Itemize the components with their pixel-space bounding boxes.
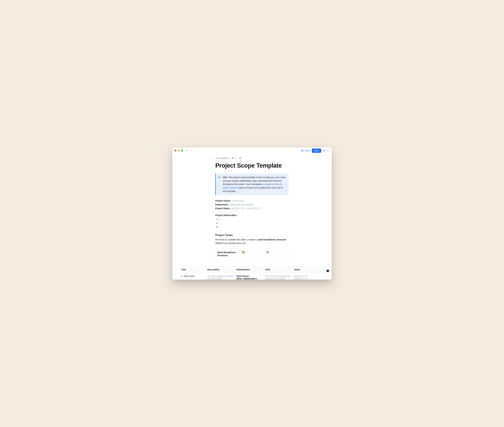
project-dates-label: Project Dates: xyxy=(215,207,230,210)
views-indicator[interactable]: 1 xyxy=(232,157,236,159)
titlebar-left xyxy=(175,149,198,152)
comment-icon xyxy=(215,157,218,159)
floating-actions: 🌑 xyxy=(326,269,329,277)
document-scroll[interactable]: Comments 1 Project Scope Template xyxy=(172,154,332,280)
nav-forward-button[interactable] xyxy=(195,149,198,152)
titlebar: Public Share xyxy=(172,147,332,154)
deliverables-heading[interactable]: Project Deliverables xyxy=(215,214,289,217)
cell-kpis[interactable]: How will you measure the success of the … xyxy=(264,273,293,280)
callout-bold: Info xyxy=(223,176,227,179)
cell-dates[interactable]: MM/DD/YYYY - MM/DD/YYYY xyxy=(293,273,325,280)
help-button[interactable] xyxy=(326,274,329,277)
cell-task[interactable]: 1. Task name xyxy=(180,273,206,280)
svg-point-1 xyxy=(327,150,327,151)
minimize-window-button[interactable] xyxy=(178,150,180,152)
project-dates-placeholder[interactable]: MM/DD/YYYY - MM/DD/YYYY xyxy=(231,207,261,210)
cell-description[interactable]: A brief description of what the task ent… xyxy=(206,273,235,280)
deliverable-item[interactable]: ... xyxy=(219,217,289,221)
deliverable-item[interactable]: ... xyxy=(219,221,289,225)
reaction-add-icon xyxy=(239,157,241,159)
project-tasks-heading[interactable]: Project Tasks xyxy=(215,234,289,237)
more-menu-button[interactable] xyxy=(327,149,329,152)
th-dates: Dates xyxy=(293,266,325,273)
svg-point-5 xyxy=(240,157,241,159)
ellipsis-icon xyxy=(327,149,329,152)
fullscreen-window-button[interactable] xyxy=(181,150,183,152)
project-tasks-description[interactable]: Feel free to complete this table, or att… xyxy=(215,238,289,245)
department-row: Department: Marketing/Finance/Sales... xyxy=(215,203,289,207)
wbs-no-cell[interactable]: ❌ xyxy=(264,249,288,259)
star-icon xyxy=(323,149,325,152)
project-owner-row: Project Owner: Liana Smith xyxy=(215,199,289,203)
tasks-table-header-row: Task Description Stakeholders KPIs Dates xyxy=(180,266,325,273)
tasks-desc-bold: work breakdown structure xyxy=(258,238,286,241)
svg-point-4 xyxy=(233,158,233,159)
page-title[interactable]: Project Scope Template xyxy=(215,162,289,169)
other-stakeholders-label: Other stakeholders: xyxy=(236,277,262,280)
wbs-yes-cell[interactable]: ✅ xyxy=(240,249,264,259)
favorite-star-button[interactable] xyxy=(323,149,325,152)
department-placeholder[interactable]: Marketing/Finance/Sales... xyxy=(229,203,256,206)
th-kpis: KPIs xyxy=(264,266,293,273)
share-button[interactable]: Share xyxy=(312,148,321,153)
th-stakeholders: Stakeholders xyxy=(235,266,264,273)
cell-kpi-placeholder: How will you measure the success of the … xyxy=(265,275,291,280)
deliverables-list[interactable]: ... ... ... xyxy=(215,217,289,229)
info-callout-text: Info: This project scope template is her… xyxy=(223,176,286,193)
tasks-table[interactable]: Task Description Stakeholders KPIs Dates… xyxy=(179,266,325,280)
th-description: Description xyxy=(206,266,235,273)
info-icon xyxy=(218,176,221,193)
tasks-table-wrap: Task Description Stakeholders KPIs Dates… xyxy=(172,266,332,280)
comments-label: Comments xyxy=(219,157,229,159)
svg-point-2 xyxy=(328,150,328,151)
view-count: 1 xyxy=(235,157,236,159)
project-dates-row: Project Dates: MM/DD/YYYY - MM/DD/YYYY xyxy=(215,207,289,210)
help-icon xyxy=(326,275,329,277)
project-owner-placeholder[interactable]: Liana Smith xyxy=(232,199,244,202)
cell-dates-placeholder: MM/DD/YYYY - MM/DD/YYYY xyxy=(294,275,310,280)
nav-back-button[interactable] xyxy=(190,149,193,152)
wbs-label-cell: Work Breakdown Structure: xyxy=(216,249,240,259)
traffic-lights xyxy=(175,150,183,152)
deliverable-item[interactable]: ... xyxy=(219,225,289,229)
visibility-label: Public xyxy=(305,149,310,152)
project-owner-label: Project Owner: xyxy=(215,199,231,202)
comments-button[interactable]: Comments xyxy=(215,157,229,159)
wbs-table[interactable]: Work Breakdown Structure: ✅ ❌ xyxy=(215,249,289,259)
project-meta-fields[interactable]: Project Owner: Liana Smith Department: M… xyxy=(215,199,289,210)
document-meta-bar: Comments 1 xyxy=(215,157,289,159)
department-label: Department: xyxy=(215,203,228,206)
globe-icon xyxy=(301,149,304,152)
cell-stakeholders[interactable]: Task Owner: Other stakeholders: xyxy=(235,273,264,280)
close-window-button[interactable] xyxy=(175,150,177,152)
cell-description-placeholder: A brief description of what the task ent… xyxy=(207,275,233,280)
tasks-desc-b: (WBS) if you already have one. xyxy=(215,242,246,244)
titlebar-right: Public Share xyxy=(301,148,329,153)
sidebar-toggle-button[interactable] xyxy=(186,149,189,152)
document-viewport: Comments 1 Project Scope Template xyxy=(172,154,332,280)
tasks-desc-a: Feel free to complete this table, or att… xyxy=(215,238,258,241)
th-task: Task xyxy=(180,266,206,273)
table-row[interactable]: 1. Task name A brief description of what… xyxy=(180,273,325,280)
info-callout[interactable]: Info: This project scope template is her… xyxy=(215,174,289,195)
app-window: Public Share Comments 1 xyxy=(172,147,332,280)
task-owner-label: Task Owner: xyxy=(236,275,262,277)
svg-point-3 xyxy=(329,150,329,151)
document-body: Comments 1 Project Scope Template xyxy=(215,154,289,259)
visibility-public-button[interactable]: Public xyxy=(301,149,310,152)
status-indicator-icon[interactable]: 🌑 xyxy=(326,269,329,272)
eye-icon xyxy=(232,157,234,159)
cross-icon: ❌ xyxy=(266,251,269,253)
reactions-button[interactable] xyxy=(239,157,241,159)
